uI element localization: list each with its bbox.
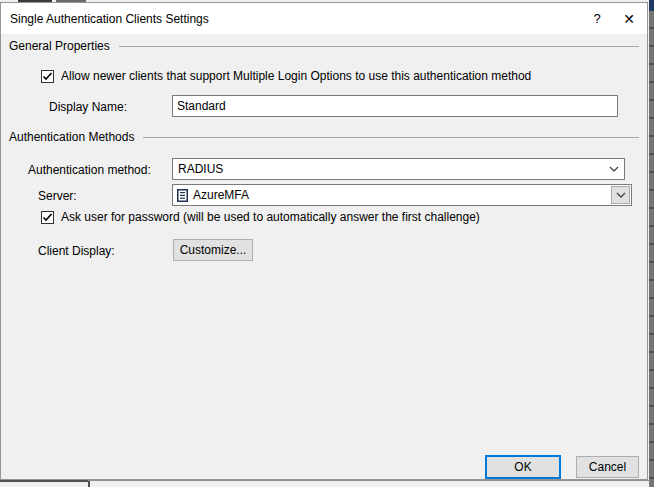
authentication-method-label: Authentication method: <box>28 163 151 177</box>
allow-newer-clients-checkbox-row[interactable]: Allow newer clients that support Multipl… <box>41 69 621 83</box>
background-table-edge <box>649 11 654 487</box>
group-title: General Properties <box>9 39 110 53</box>
checkbox[interactable] <box>41 70 54 83</box>
ask-password-checkbox-row[interactable]: Ask user for password (will be used to a… <box>41 210 621 224</box>
selected-value: AzureMFA <box>188 188 611 202</box>
check-icon <box>42 71 53 82</box>
general-properties-header: General Properties <box>9 39 639 53</box>
server-dropdown[interactable]: AzureMFA <box>172 184 632 206</box>
check-icon <box>42 212 53 223</box>
authentication-methods-header: Authentication Methods <box>9 130 639 144</box>
ok-button[interactable]: OK <box>485 455 561 479</box>
server-label: Server: <box>38 189 77 203</box>
selected-value: RADIUS <box>173 162 604 176</box>
close-icon[interactable]: ✕ <box>615 3 643 34</box>
help-button[interactable]: ? <box>583 3 611 34</box>
checkbox[interactable] <box>41 211 54 224</box>
separator-line <box>143 137 639 138</box>
checkbox-label: Allow newer clients that support Multipl… <box>61 69 531 83</box>
dropdown-button[interactable] <box>611 186 630 204</box>
chevron-down-icon <box>604 166 624 172</box>
client-display-label: Client Display: <box>38 244 115 258</box>
chevron-down-icon <box>616 192 626 198</box>
settings-dialog: Single Authentication Clients Settings ?… <box>0 2 648 480</box>
authentication-method-dropdown[interactable]: RADIUS <box>172 158 625 180</box>
title-bar: Single Authentication Clients Settings ?… <box>1 3 647 34</box>
separator-line <box>119 46 639 47</box>
background-fragment <box>649 0 654 11</box>
dialog-title: Single Authentication Clients Settings <box>10 3 209 34</box>
group-title: Authentication Methods <box>9 130 134 144</box>
display-name-label: Display Name: <box>49 100 127 114</box>
display-name-input[interactable] <box>172 95 618 117</box>
server-list-icon <box>177 189 188 202</box>
cancel-button[interactable]: Cancel <box>576 456 639 478</box>
checkbox-label: Ask user for password (will be used to a… <box>61 210 480 224</box>
customize-button[interactable]: Customize... <box>173 239 253 261</box>
background-fragment <box>88 480 650 481</box>
screen: Single Authentication Clients Settings ?… <box>0 0 654 487</box>
